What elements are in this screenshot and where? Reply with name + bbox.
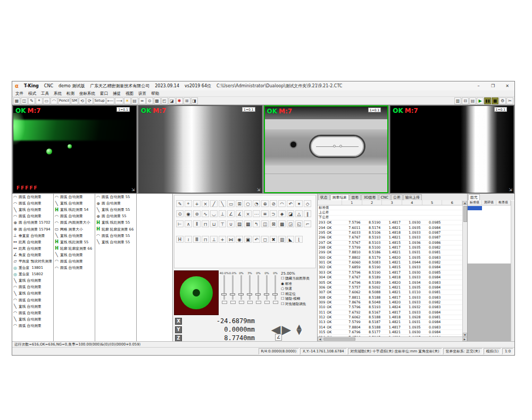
slider-thumb[interactable] [230,293,235,295]
palette-tool-icon[interactable]: ▭ [227,200,235,207]
palette-tool-icon[interactable]: ⊥ [210,236,218,243]
palette-tool-icon[interactable]: ⊓ [202,220,209,227]
table-row[interactable]: 312 OK 7.6062 8.5188 1.4818 1.0928 0.098… [318,315,462,320]
palette-tool-icon[interactable]: ↶ [287,200,294,207]
layout-icon[interactable]: ◫ [21,97,28,104]
slider-spinner[interactable] [239,301,244,304]
close-button[interactable]: ✕ [503,83,512,89]
light-slider[interactable]: 40.0% [221,271,228,304]
table-row[interactable]: 309 OK 7.8676 8.5048 1.4820 1.0933 0.098… [318,300,462,305]
measure-list-item[interactable]: ◎ 重合度 13801 [12,265,53,271]
table-row[interactable]: 295 OK 7.6033 8.5106 1.4818 1.0933 0.098… [318,230,462,235]
table-tab[interactable]: 状态 [318,194,330,200]
slider-thumb[interactable] [247,293,252,295]
palette-tool-icon[interactable]: Ⅱ [193,220,201,227]
measure-list-item[interactable]: ╲ 直线 自动测量 [12,277,53,284]
palette-tool-icon[interactable]: ◲ [287,220,294,227]
table-tab[interactable]: 图形 [350,194,361,200]
measure-list-item[interactable]: ╲ 直线 自动测量 [54,252,95,258]
menu-item[interactable]: 设置 [138,91,146,96]
table-row[interactable]: 296 OK 7.6767 8.5193 1.4821 1.0933 0.098… [318,235,462,240]
table-row[interactable]: 300 OK 7.8802 8.5179 1.4820 1.0935 0.098… [318,256,462,260]
scroll-down-icon[interactable]: ▼ [463,333,467,337]
palette-tool-icon[interactable]: ⊘ [270,200,277,207]
measure-list-item[interactable]: H 轮廓 轮廓度测量 66 [95,226,136,232]
palette-tool-icon[interactable]: ◇ [304,200,311,207]
print-icon[interactable]: ▤ [469,97,476,104]
arc-tool-icon[interactable]: ◠ [51,97,57,104]
menu-item[interactable]: 检测 [66,91,74,96]
measure-list-item[interactable]: ╲ 直线 自动测量 55 [95,207,136,213]
zoom-icon[interactable]: ⊙ [146,97,153,104]
table-horizontal-scrollbar[interactable]: ◀ ▶ [318,336,467,341]
measure-list-item[interactable]: ◠ 圆弧 自动测量 [12,297,53,303]
menu-item[interactable]: 系统 [54,91,62,96]
menu-item[interactable]: 模式 [28,91,36,96]
table-row[interactable]: 310 OK 7.5796 8.5193 1.4824 1.0932 0.098… [318,305,462,310]
measure-list-item[interactable]: ╲ 直线 自动测量 [54,233,95,239]
axis-icon[interactable]: X [175,318,182,325]
measure-list-item[interactable]: ◠ 圆弧 自动测量 [12,323,53,329]
palette-tool-icon[interactable]: ⊚ [193,210,201,217]
camera-view-3-selected[interactable]: OK M:7 1=0.1 ⇲ [264,105,389,193]
scrollbar-thumb[interactable] [323,337,355,341]
flag-icon[interactable]: ✱ [176,97,183,104]
palette-tool-icon[interactable]: ◉ [185,210,192,217]
measure-list-item[interactable]: ◠ 圆弧 自动测量 55 [95,194,136,200]
palette-tool-icon[interactable]: ◠ [278,200,286,207]
windows-icon[interactable]: ◰ [161,97,168,104]
resize-handle-icon[interactable]: ⇲ [131,187,135,192]
palette-tool-icon[interactable]: ⊕ [261,200,269,207]
table-row[interactable]: 313 OK 7.5799 8.5187 1.4821 1.0931 0.098… [318,320,462,325]
measure-list-item[interactable]: ∠ 角度 自动测量 [12,252,53,258]
palette-tool-icon[interactable]: ↰ [253,220,260,227]
palette-tool-icon[interactable]: ∥ [304,210,311,217]
palette-tool-icon[interactable]: ▩ [278,220,286,227]
element-panel-scrollbar[interactable] [511,201,514,341]
table-row[interactable]: 下公差 [318,216,462,220]
palette-tool-icon[interactable]: ▦ [244,220,252,227]
grid-icon[interactable]: ▦ [13,97,20,104]
menu-item[interactable]: 文件 [15,91,23,96]
table-tab[interactable]: CNC [379,194,391,200]
measure-list-item[interactable]: ◠ 圆弧 内圆测量大小 [54,219,95,226]
jog-y-control[interactable]: ▲ ▼ [296,324,302,335]
column-header[interactable]: 4 [402,200,422,205]
palette-tool-icon[interactable]: ⊓ [202,236,209,243]
cut-icon[interactable]: ✂ [506,97,513,104]
slider-spinner[interactable] [247,301,253,304]
palette-tool-icon[interactable]: ⋈ [227,236,235,243]
palette-tool-icon[interactable]: ≀ [185,236,192,243]
menu-item[interactable]: 工具 [41,91,49,96]
palette-tool-icon[interactable]: ◈ [278,210,286,217]
jog-down-icon[interactable]: ▼ [296,330,302,335]
table-row[interactable]: 上公差 [318,210,462,215]
palette-tool-icon[interactable]: ⊠ [270,220,277,227]
palette-tool-icon[interactable]: ↶ [253,236,260,243]
palette-tool-icon[interactable]: ⌊ [295,236,303,243]
light-slider[interactable]: 0% [255,271,262,304]
light-slider[interactable]: 3% [246,271,253,304]
palette-tool-icon[interactable]: ⊥ [219,210,226,217]
palette-tool-icon[interactable]: × [202,200,209,207]
measure-list-item[interactable]: ╲ 直线 自动测量 [54,200,95,207]
palette-tool-icon[interactable]: ◪ [287,210,294,217]
scroll-up-icon[interactable]: ▲ [463,201,467,205]
stop-icon[interactable]: ■ [492,97,498,104]
palette-tool-icon[interactable]: ✖ [270,236,277,243]
column-header[interactable]: 6 [442,200,462,205]
slider-spinner[interactable] [230,301,236,304]
resize-handle-icon[interactable]: ⇲ [509,187,512,192]
option-toggle[interactable]: ◉ 标准 [281,282,316,287]
palette-tool-icon[interactable]: ▥ [278,236,286,243]
measure-list-item[interactable]: ⊥ 垂直度 自动测量 [12,233,53,239]
slider-thumb[interactable] [221,293,227,295]
folder-icon[interactable]: ⊟ [462,97,469,104]
measure-list-item[interactable]: H 直线 线距测量 54 [54,207,95,213]
table-tab[interactable]: 测量结果 [330,194,349,200]
slider-thumb[interactable] [238,293,244,295]
option-toggle[interactable]: ○ 快速 [281,286,316,292]
table-row[interactable]: 标准值 [318,205,462,210]
scroll-right-icon[interactable]: ▶ [462,337,467,341]
menu-item[interactable]: 窗口 [100,91,108,96]
